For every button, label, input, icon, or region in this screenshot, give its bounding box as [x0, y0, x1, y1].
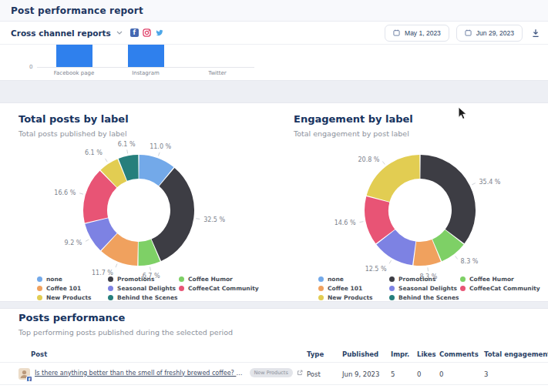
donut-value-label: 14.6 % [335, 219, 356, 226]
col-type: Type [307, 350, 324, 358]
legend-dot [37, 276, 42, 282]
legend-dot [318, 276, 324, 282]
download-report-button[interactable] [530, 27, 542, 39]
legend-label: New Products [46, 294, 91, 301]
legend-item-coffee-humor[interactable]: Coffee Humor [460, 274, 531, 283]
legend-item-coffeecat-community[interactable]: CoffeeCat Community [179, 283, 250, 293]
legend-label: Seasonal Delights [117, 285, 176, 292]
network-filter-icons: f [130, 28, 164, 37]
chart-legend: noneCoffee 101New ProductsPromotionsSeas… [8, 274, 250, 302]
date-end-button[interactable]: Jun 29, 2023 [456, 25, 523, 42]
col-impressions: Impr. [391, 350, 409, 358]
table-header-row: Post Type Published Impr. Likes Comments… [0, 347, 548, 363]
donut-segment-coffee-humor[interactable] [437, 237, 454, 250]
report-selector[interactable]: Cross channel reports [11, 28, 123, 38]
legend-dot [389, 286, 395, 291]
donut-segment-none[interactable] [140, 167, 166, 177]
donut-segment-seasonal-delights[interactable] [96, 221, 109, 242]
label-leader-line [428, 267, 429, 271]
legend-item-behind-the-scenes[interactable]: Behind the Scenes [108, 293, 179, 302]
label-leader-line [456, 256, 458, 260]
donut-segment-behind-the-scenes[interactable] [123, 167, 138, 170]
legend-item-seasonal-delights[interactable]: Seasonal Delights [108, 283, 179, 293]
toolbar: Cross channel reports f May 1, 2023 Jun … [0, 22, 548, 45]
legend-item-none[interactable]: none [37, 274, 108, 283]
legend-item-coffee-101[interactable]: Coffee 101 [37, 283, 108, 293]
donut-segment-promotions[interactable] [156, 177, 183, 250]
donut-value-label: 16.6 % [54, 189, 76, 196]
legend-label: none [328, 276, 344, 283]
legend-item-promotions[interactable]: Promotions [389, 274, 460, 283]
facebook-badge-icon: f [26, 376, 32, 382]
legend-label: Coffee Humor [188, 276, 233, 283]
legend-item-behind-the-scenes[interactable]: Behind the Scenes [389, 293, 460, 302]
bar-instagram[interactable] [128, 45, 164, 67]
col-published: Published [342, 350, 378, 358]
twitter-icon[interactable] [155, 28, 164, 37]
legend-item-new-products[interactable]: New Products [318, 293, 389, 302]
section-subtitle: Top performing posts published during th… [18, 328, 233, 337]
legend-dot [37, 286, 42, 291]
donut-segment-promotions[interactable] [421, 167, 464, 237]
label-leader-line [79, 193, 83, 194]
label-leader-line [86, 240, 89, 242]
date-start-button[interactable]: May 1, 2023 [385, 25, 449, 42]
legend-dot [108, 276, 113, 282]
donut-value-label: 9.2 % [65, 240, 82, 246]
legend-item-coffeecat-community[interactable]: CoffeeCat Community [460, 283, 531, 293]
date-end-label: Jun 29, 2023 [476, 29, 514, 37]
legend-dot [108, 295, 113, 300]
legend-item-promotions[interactable]: Promotions [108, 274, 179, 283]
legend-item-new-products[interactable]: New Products [37, 293, 108, 302]
chart-subtitle: Total posts published by label [18, 129, 127, 138]
download-icon [531, 28, 540, 38]
label-leader-line [196, 219, 200, 219]
cell-likes: 0 [417, 370, 421, 378]
donut-value-label: 11.0 % [150, 143, 171, 150]
legend-item-none[interactable]: none [318, 274, 389, 283]
legend-label: CoffeeCat Community [188, 285, 259, 292]
legend-item-coffee-101[interactable]: Coffee 101 [318, 283, 389, 293]
donut-segment-coffeecat-community[interactable] [377, 199, 385, 236]
legend-dot [179, 276, 184, 282]
donut-value-label: 32.5 % [203, 216, 225, 223]
bar-category-label: Instagram [132, 70, 160, 76]
total-posts-by-label-block: Total posts by label Total posts publish… [0, 103, 274, 301]
external-link-icon[interactable] [297, 369, 303, 377]
donut-segment-coffee-101[interactable] [415, 250, 436, 253]
engagement-by-label-block: Engagement by label Total engagement by … [281, 103, 548, 301]
post-link[interactable]: Is there anything better than the smell … [35, 370, 246, 377]
legend-label: Behind the Scenes [117, 294, 177, 301]
legend-dot [37, 295, 42, 300]
col-comments: Comments [439, 350, 479, 358]
cell-comments: 0 [439, 370, 443, 378]
instagram-icon[interactable] [143, 28, 151, 37]
col-likes: Likes [417, 350, 436, 358]
app-header: Post performance report [0, 0, 548, 22]
bar-category-label: Facebook page [54, 70, 95, 76]
label-leader-line [158, 152, 160, 156]
label-leader-line [472, 183, 475, 185]
label-leader-line [360, 222, 364, 223]
legend-label: Promotions [117, 276, 154, 283]
donut-segment-new-products[interactable] [378, 167, 420, 199]
donut-segment-coffeecat-community[interactable] [96, 179, 109, 220]
donut-segment-coffee-101[interactable] [109, 243, 138, 254]
chart-subtitle: Total engagement by post label [294, 129, 409, 138]
legend-label: Behind the Scenes [398, 294, 459, 301]
bar-category-label: Twitter [208, 70, 226, 76]
legend-label: Coffee Humor [469, 276, 514, 283]
donut-segment-new-products[interactable] [109, 170, 122, 179]
legend-label: none [46, 276, 62, 283]
donut-segment-seasonal-delights[interactable] [386, 237, 415, 253]
donut-value-label: 8.3 % [461, 258, 479, 265]
page-title: Post performance report [11, 5, 143, 16]
donut-value-label: 35.4 % [479, 179, 500, 186]
label-charts-card: Total posts by label Total posts publish… [0, 102, 548, 302]
legend-item-coffee-humor[interactable]: Coffee Humor [179, 274, 250, 283]
toolbar-right: May 1, 2023 Jun 29, 2023 [385, 25, 542, 42]
bar-facebook-page[interactable] [56, 45, 92, 67]
donut-segment-coffee-humor[interactable] [139, 250, 156, 253]
legend-item-seasonal-delights[interactable]: Seasonal Delights [389, 283, 460, 293]
facebook-icon[interactable]: f [130, 28, 139, 37]
